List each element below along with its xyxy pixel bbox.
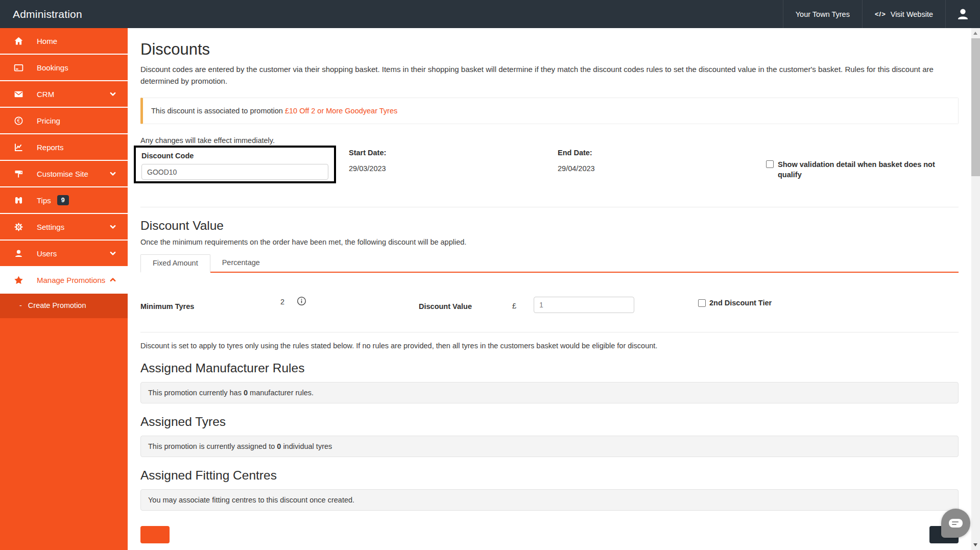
sub-item-dash: - [19, 301, 22, 309]
discount-value-title: Discount Value [140, 219, 959, 233]
immediate-note: Any changes will take effect immediately… [140, 136, 959, 145]
user-icon [956, 7, 970, 21]
bookings-icon [13, 62, 24, 73]
sidebar-item-label: Settings [37, 223, 64, 231]
manufacturer-rules-count: 0 [244, 389, 248, 397]
page-scrollbar[interactable] [971, 28, 980, 550]
sidebar-item-tips[interactable]: Tips 9 [0, 187, 128, 214]
sidebar-item-label: Users [37, 249, 57, 258]
tier-checkbox-label: 2nd Discount Tier [709, 299, 772, 307]
chevron-down-icon [108, 249, 117, 258]
sidebar-item-manage-promotions[interactable]: Manage Promotions [0, 267, 128, 294]
users-icon [13, 248, 24, 259]
gear-icon [13, 221, 24, 232]
save-button-partial[interactable] [140, 526, 170, 543]
fitting-centres-title: Assigned Fitting Centres [140, 468, 959, 483]
sidebar-item-pricing[interactable]: € Pricing [0, 108, 128, 134]
sidebar-item-reports[interactable]: Reports [0, 134, 128, 161]
start-date-field: Start Date: 29/03/2023 [349, 149, 386, 173]
svg-text:€: € [17, 118, 20, 124]
sidebar-item-home[interactable]: Home [0, 28, 128, 55]
panel-text: This promotion is currently assigned to [148, 442, 275, 450]
alert-text: This discount is associated to promotion [151, 107, 283, 115]
visit-website-button[interactable]: </> Visit Website [862, 0, 945, 28]
envelope-icon [13, 88, 24, 100]
top-bar: Administration Your Town Tyres </> Visit… [0, 0, 980, 28]
discount-code-input[interactable] [141, 164, 328, 180]
promotion-alert: This discount is associated to promotion… [140, 98, 959, 124]
main-content: Discounts Discount codes are entered by … [128, 28, 971, 550]
validation-checkbox-row: Show validation detail when basket does … [766, 160, 950, 180]
reports-icon [13, 141, 24, 153]
discount-value-description: Once the minimum requirements on the ord… [140, 238, 959, 246]
sidebar-item-users[interactable]: Users [0, 241, 128, 267]
app-title: Administration [0, 8, 82, 20]
sidebar-item-customise-site[interactable]: Customise Site [0, 161, 128, 187]
sidebar-item-label: Home [37, 37, 57, 45]
tier-checkbox[interactable] [698, 299, 706, 307]
currency-symbol: £ [512, 302, 516, 310]
promotion-link[interactable]: £10 Off 2 or More Goodyear Tyres [285, 107, 397, 115]
sidebar-item-label: CRM [37, 90, 54, 99]
user-menu-button[interactable] [945, 0, 980, 28]
sidebar-item-label: Manage Promotions [37, 276, 105, 284]
sidebar-item-settings[interactable]: Settings [0, 214, 128, 241]
binoculars-icon [13, 195, 24, 206]
site-name-button[interactable]: Your Town Tyres [783, 0, 862, 28]
sidebar-item-create-promotion[interactable]: - Create Promotion [0, 294, 128, 318]
chat-widget-button[interactable] [941, 509, 970, 538]
sidebar-item-label: Pricing [37, 116, 60, 125]
panel-text: individual tyres [283, 442, 332, 450]
end-date-label: End Date: [558, 149, 595, 157]
panel-text: This promotion currently has [148, 389, 242, 397]
assigned-tyres-panel: This promotion is currently assigned to … [140, 436, 959, 457]
highlight-box: Discount Code [134, 146, 336, 183]
manufacturer-rules-panel: This promotion currently has 0 manufactu… [140, 382, 959, 403]
minimum-tyres-value: 2 [280, 298, 284, 306]
sidebar-nav: Home Bookings CRM € Pricing Reports Cust… [0, 28, 128, 550]
sidebar-item-label: Tips [37, 196, 51, 205]
star-icon [13, 274, 24, 285]
start-date-label: Start Date: [349, 149, 386, 157]
divider [140, 207, 959, 207]
sidebar-item-label: Customise Site [37, 170, 88, 178]
tab-percentage[interactable]: Percentage [210, 254, 272, 272]
scroll-down-arrow-icon[interactable] [973, 543, 977, 546]
panel-text: You may associate fitting centres to thi… [148, 496, 354, 504]
sidebar-item-label: Reports [37, 143, 64, 152]
sidebar-item-label: Create Promotion [28, 301, 86, 309]
discount-value-input[interactable] [534, 297, 634, 313]
end-date-field: End Date: 29/04/2023 [558, 149, 595, 173]
tips-count-badge: 9 [57, 195, 69, 205]
scrollbar-thumb[interactable] [971, 38, 980, 176]
chevron-up-icon [108, 275, 117, 284]
code-icon: </> [875, 10, 886, 18]
fitting-centres-panel: You may associate fitting centres to thi… [140, 489, 959, 511]
home-icon [13, 35, 24, 46]
assigned-tyres-title: Assigned Tyres [140, 415, 959, 429]
discount-code-label: Discount Code [141, 152, 334, 160]
paint-roller-icon [13, 168, 24, 179]
sidebar-item-crm[interactable]: CRM [0, 81, 128, 108]
page-title: Discounts [140, 40, 959, 59]
validation-checkbox[interactable] [766, 160, 774, 168]
discount-value-tabs: Fixed Amount Percentage [140, 254, 959, 273]
minimum-tyres-label: Minimum Tyres [140, 302, 194, 310]
scroll-up-arrow-icon[interactable] [973, 32, 977, 35]
pricing-icon: € [13, 115, 24, 126]
discount-value-form-row: Minimum Tyres 2 Discount Value £ 2nd Dis… [140, 295, 959, 321]
sidebar-item-bookings[interactable]: Bookings [0, 55, 128, 81]
manufacturer-rules-title: Assigned Manufacturer Rules [140, 361, 959, 375]
chevron-down-icon [108, 169, 117, 178]
chat-bubble-icon [949, 519, 963, 528]
visit-website-label: Visit Website [891, 10, 933, 18]
divider [140, 332, 959, 332]
chevron-down-icon [108, 89, 117, 99]
tab-fixed-amount[interactable]: Fixed Amount [140, 254, 210, 273]
panel-text: manufacturer rules. [250, 389, 314, 397]
chevron-down-icon [108, 222, 117, 231]
end-date-value: 29/04/2023 [558, 164, 595, 173]
sidebar-item-label: Bookings [37, 63, 68, 72]
info-icon[interactable] [297, 296, 306, 306]
rules-note: Discount is set to apply to tyres only u… [140, 342, 959, 350]
